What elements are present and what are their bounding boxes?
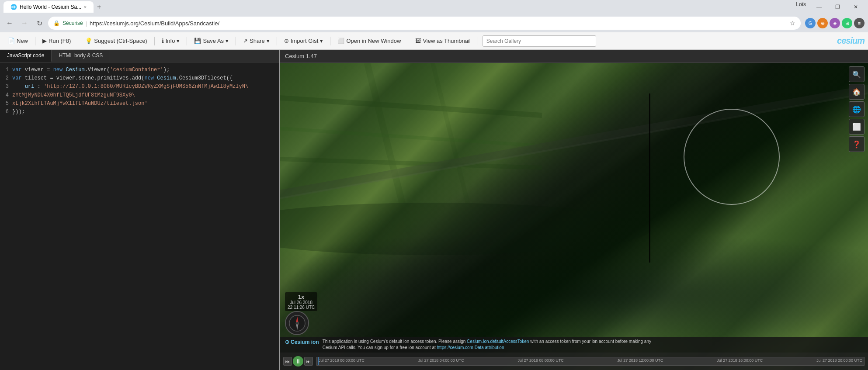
share-icon: ↗: [243, 38, 248, 44]
skip-back-button[interactable]: ⏮: [283, 357, 292, 366]
url-input[interactable]: [90, 20, 785, 27]
notif-link-1[interactable]: Cesium.Ion.defaultAccessToken: [467, 339, 529, 344]
separator-9: [478, 37, 478, 45]
globe-ctrl-btn[interactable]: 🌐: [849, 101, 865, 117]
tab-favicon: 🌐: [10, 4, 17, 10]
home-ctrl-btn[interactable]: 🏠: [849, 84, 865, 100]
cesium-version-label: Cesium 1.47: [285, 53, 317, 59]
line-num-1: 1: [0, 66, 12, 74]
notif-link-2[interactable]: https://cesium.com: [437, 345, 473, 350]
cesium-notification: ⊙ Cesium ion This application is using C…: [280, 337, 868, 353]
timeline-label-4: Jul 27 2018 16:00:00 UTC: [715, 358, 764, 363]
skip-forward-button[interactable]: ⏭: [304, 357, 313, 366]
timeline-label-0: Jul 27 2018 00:00:00 UTC: [317, 358, 366, 363]
svg-line-1: [280, 128, 542, 146]
help-ctrl-btn[interactable]: ❓: [849, 136, 865, 152]
run-icon: ▶: [42, 38, 47, 44]
tab-close-btn[interactable]: ×: [84, 5, 87, 10]
cesium-ion-logo: ⊙ Cesium ion: [285, 339, 319, 346]
circle-indicator: [684, 109, 780, 205]
line-content-2: var tileset = viewer.scene.primitives.ad…: [12, 74, 233, 83]
run-label: Run (F8): [49, 38, 71, 44]
notif-text-3: Cesium API calls. You can sign up for a …: [323, 345, 437, 350]
url-separator: |: [86, 20, 87, 27]
playhead: [318, 357, 319, 365]
search-ctrl-btn[interactable]: 🔍: [849, 66, 865, 82]
star-icon[interactable]: ☆: [790, 20, 795, 27]
close-button[interactable]: ✕: [847, 1, 865, 13]
address-bar-icons: ☆: [790, 20, 795, 27]
browser-tab[interactable]: 🌐 Hello World - Cesium Sa... ×: [3, 1, 94, 13]
import-gist-label: Import Gist: [291, 38, 319, 44]
ext-icon-1[interactable]: G: [805, 18, 816, 28]
window-icon: ⬜: [337, 38, 344, 44]
attribution-link[interactable]: Data attribution: [475, 345, 504, 350]
notif-text-1: This application is using Cesium's defau…: [323, 339, 467, 344]
secure-icon: 🔒: [53, 20, 60, 26]
ext-icon-5[interactable]: ≡: [854, 18, 865, 28]
timeline-label-1: Jul 27 2018 04:00:00 UTC: [417, 358, 466, 363]
ext-icon-2[interactable]: ⊕: [817, 18, 828, 28]
separator-6: [277, 37, 277, 45]
ext-icon-4[interactable]: ⊞: [842, 18, 852, 28]
browser-titlebar: 🌐 Hello World - Cesium Sa... × + Loïs — …: [0, 0, 868, 14]
timeline-track[interactable]: Jul 27 2018 00:00:00 UTC Jul 27 2018 04:…: [316, 357, 865, 366]
code-body[interactable]: 1 var viewer = new Cesium.Viewer('cesium…: [0, 62, 279, 370]
share-button[interactable]: ↗ Share ▾: [239, 36, 274, 46]
layers-ctrl-btn[interactable]: ⬜: [849, 119, 865, 135]
date-label: Jul 26 2018: [288, 300, 315, 305]
new-tab-button[interactable]: +: [97, 3, 101, 11]
compass[interactable]: [285, 311, 309, 335]
pause-button[interactable]: ⏸: [293, 356, 303, 367]
secure-label: Sécurisé: [62, 20, 83, 26]
save-as-button[interactable]: 💾 Save As ▾: [190, 36, 233, 46]
timeline-playback: ⏮ ⏸ ⏭: [283, 356, 313, 367]
share-dropdown-icon: ▾: [267, 38, 270, 44]
search-area[interactable]: [483, 35, 596, 47]
timeline-label-3: Jul 27 2018 12:00:00 UTC: [615, 358, 665, 363]
search-input[interactable]: [483, 35, 596, 47]
forward-button[interactable]: →: [18, 17, 31, 29]
thumbnail-icon: 🖼: [415, 38, 421, 44]
cesium-logo-area: cesium: [837, 36, 865, 46]
ext-icon-3[interactable]: ◈: [830, 18, 840, 28]
suggest-button[interactable]: 💡 Suggest (Ctrl-Space): [81, 36, 151, 46]
line-num-4: 4: [0, 91, 12, 100]
info-button[interactable]: ℹ Info ▾: [157, 36, 184, 46]
maximize-button[interactable]: ❐: [829, 1, 846, 13]
minimize-button[interactable]: —: [810, 1, 828, 13]
user-label: Loïs: [796, 1, 806, 13]
view-thumbnail-label: View as Thumbnail: [423, 38, 470, 44]
import-gist-button[interactable]: ⊙ Import Gist ▾: [280, 36, 328, 46]
tab-html-css[interactable]: HTML body & CSS: [52, 50, 110, 62]
satellite-background: [280, 63, 868, 370]
address-bar[interactable]: 🔒 Sécurisé | ☆: [48, 17, 801, 30]
open-new-window-label: Open in New Window: [346, 38, 401, 44]
separator-4: [187, 37, 187, 45]
info-dropdown-icon: ▾: [177, 38, 180, 44]
address-bar-row: ← → ↻ 🔒 Sécurisé | ☆ G ⊕ ◈ ⊞ ≡: [0, 14, 868, 32]
compass-svg: [288, 315, 306, 332]
compass-area[interactable]: [285, 311, 309, 335]
code-line-2: 2 var tileset = viewer.scene.primitives.…: [0, 74, 279, 83]
cesium-viewport[interactable]: 🔍 🏠 🌐 ⬜ ❓ 1x Jul 26 2018 22:11:26 UTC ⏱: [280, 63, 868, 370]
run-button[interactable]: ▶ Run (F8): [38, 36, 75, 46]
separator-1: [35, 37, 35, 45]
speed-date-display: 1x Jul 26 2018 22:11:26 UTC: [285, 292, 317, 311]
github-icon: ⊙: [284, 38, 289, 44]
save-dropdown-icon: ▾: [226, 38, 229, 44]
open-new-window-button[interactable]: ⬜ Open in New Window: [333, 36, 405, 46]
svg-point-11: [296, 322, 299, 325]
view-thumbnail-button[interactable]: 🖼 View as Thumbnail: [411, 36, 475, 46]
new-icon: 📄: [8, 38, 15, 44]
tab-javascript[interactable]: JavaScript code: [0, 50, 52, 62]
separator-5: [236, 37, 236, 45]
back-button[interactable]: ←: [3, 17, 16, 29]
save-as-label: Save As: [203, 38, 224, 44]
time-label: 22:11:26 UTC: [288, 305, 315, 310]
svg-line-2: [280, 159, 542, 168]
suggest-icon: 💡: [85, 38, 92, 44]
timeline-labels: Jul 27 2018 00:00:00 UTC Jul 27 2018 04:…: [317, 358, 864, 363]
refresh-button[interactable]: ↻: [33, 17, 45, 29]
new-button[interactable]: 📄 New: [3, 36, 32, 46]
